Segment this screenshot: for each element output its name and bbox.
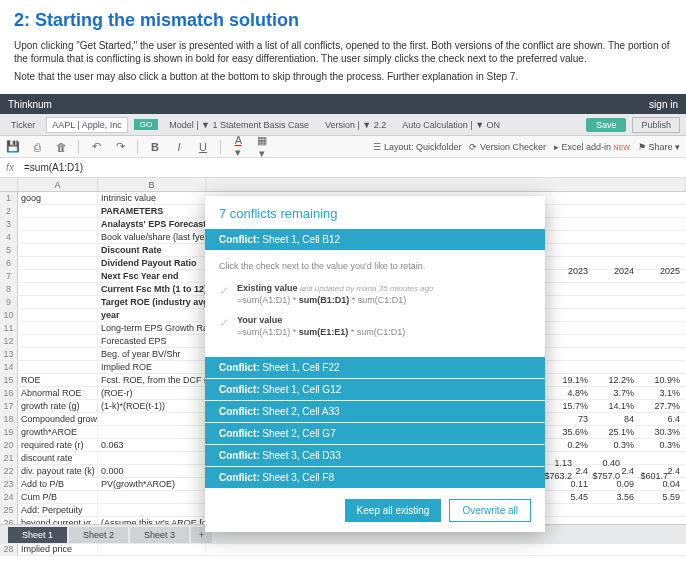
overwrite-all-button[interactable]: Overwrite all bbox=[449, 499, 531, 522]
doc-para1: Upon clicking "Get Started," the user is… bbox=[14, 39, 672, 65]
fx-icon: fx bbox=[0, 162, 20, 173]
conflict-item-2[interactable]: Conflict: Sheet 1, Cell G12 bbox=[205, 379, 545, 400]
go-button[interactable]: GO bbox=[134, 119, 158, 130]
check-icon[interactable]: ✓ bbox=[219, 316, 229, 330]
conflict-item-6[interactable]: Conflict: Sheet 3, Cell F8 bbox=[205, 467, 545, 488]
save-icon[interactable]: 💾 bbox=[6, 140, 20, 153]
redo-icon[interactable]: ↷ bbox=[113, 140, 127, 153]
doc-title: 2: Starting the mismatch solution bbox=[14, 10, 672, 31]
toolbar: 💾 ⎙ 🗑 ↶ ↷ B I U A ▾ ▦ ▾ ☰ Layout: Quickf… bbox=[0, 136, 686, 158]
formula-bar[interactable]: fx =sum(A1:D1) bbox=[0, 158, 686, 178]
modal-instruction: Click the check next to the value you'd … bbox=[219, 261, 531, 271]
version-select[interactable]: Version | ▼ 2.2 bbox=[320, 118, 391, 132]
conflict-item-0[interactable]: Conflict: Sheet 1, Cell B12 bbox=[205, 229, 545, 250]
italic-icon[interactable]: I bbox=[172, 141, 186, 153]
conflict-item-4[interactable]: Conflict: Sheet 2, Cell G7 bbox=[205, 423, 545, 444]
keep-all-button[interactable]: Keep all existing bbox=[345, 499, 442, 522]
ticker-input[interactable]: AAPL | Apple, Inc bbox=[46, 117, 128, 133]
save-button[interactable]: Save bbox=[586, 118, 627, 132]
sheet-tab-1[interactable]: Sheet 2 bbox=[69, 527, 128, 543]
col-a[interactable]: A bbox=[18, 178, 98, 191]
share-button[interactable]: ⚑ Share ▾ bbox=[638, 142, 680, 152]
topbar: Thinknum sign in bbox=[0, 94, 686, 114]
col-b[interactable]: B bbox=[98, 178, 206, 191]
conflict-item-3[interactable]: Conflict: Sheet 2, Cell A33 bbox=[205, 401, 545, 422]
print-icon[interactable]: ⎙ bbox=[30, 141, 44, 153]
layout-select[interactable]: ☰ Layout: Quickfolder bbox=[373, 142, 461, 152]
existing-value-option[interactable]: ✓ Existing value last updated by maria 3… bbox=[219, 283, 531, 305]
sheet-tab-2[interactable]: Sheet 3 bbox=[130, 527, 189, 543]
doc-para2: Note that the user may also click a butt… bbox=[14, 70, 672, 83]
undo-icon[interactable]: ↶ bbox=[89, 140, 103, 153]
check-icon[interactable]: ✓ bbox=[219, 284, 229, 298]
modal-header: 7 conflicts remaining bbox=[205, 196, 545, 229]
col-headers: A B bbox=[0, 178, 686, 192]
excel-addin[interactable]: ▸ Excel add-in NEW bbox=[554, 142, 630, 152]
autocalc-select[interactable]: Auto Calculation | ▼ ON bbox=[397, 118, 505, 132]
fill-icon[interactable]: ▦ ▾ bbox=[255, 134, 269, 160]
ticker-label: Ticker bbox=[6, 118, 40, 132]
conflict-item-5[interactable]: Conflict: Sheet 3, Cell D33 bbox=[205, 445, 545, 466]
bold-icon[interactable]: B bbox=[148, 141, 162, 153]
publish-button[interactable]: Publish bbox=[632, 117, 680, 133]
ribbon: Ticker AAPL | Apple, Inc GO Model | ▼ 1 … bbox=[0, 114, 686, 136]
textcolor-icon[interactable]: A ▾ bbox=[231, 134, 245, 159]
underline-icon[interactable]: U bbox=[196, 141, 210, 153]
formula-content[interactable]: =sum(A1:D1) bbox=[20, 162, 686, 173]
app-frame: Thinknum sign in Ticker AAPL | Apple, In… bbox=[0, 94, 686, 544]
model-select[interactable]: Model | ▼ 1 Statement Basis Case bbox=[164, 118, 314, 132]
sheet-tab-0[interactable]: Sheet 1 bbox=[8, 527, 67, 543]
conflict-item-1[interactable]: Conflict: Sheet 1, Cell F22 bbox=[205, 357, 545, 378]
your-value-option[interactable]: ✓ Your value =sum(A1:D1) * sum(E1:E1) * … bbox=[219, 315, 531, 337]
brand-logo: Thinknum bbox=[8, 99, 52, 110]
grid-row[interactable]: 28Implied price bbox=[0, 543, 686, 556]
conflict-modal: 7 conflicts remaining Conflict: Sheet 1,… bbox=[205, 196, 545, 532]
trash-icon[interactable]: 🗑 bbox=[54, 141, 68, 153]
signin-link[interactable]: sign in bbox=[649, 99, 678, 110]
version-checker[interactable]: ⟳ Version Checker bbox=[469, 142, 546, 152]
